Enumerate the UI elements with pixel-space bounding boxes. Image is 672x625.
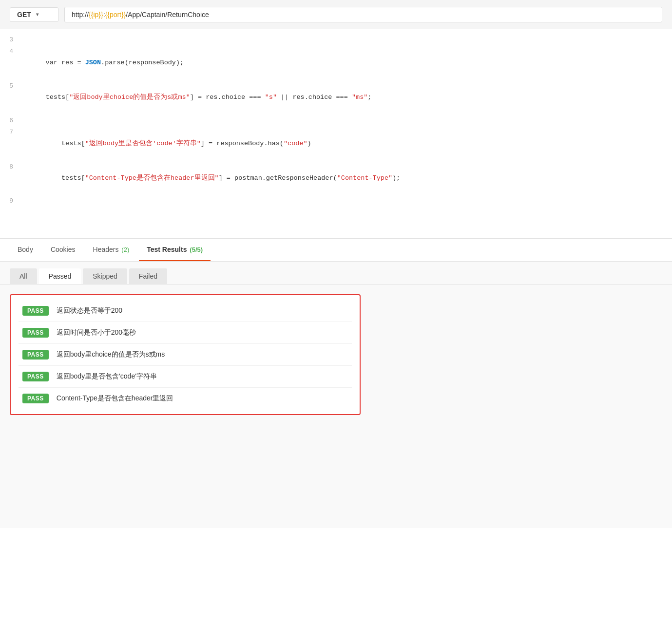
code-text: tests[ xyxy=(46,174,85,182)
tab-body[interactable]: Body xyxy=(10,239,41,261)
code-string: "ms" xyxy=(352,94,367,101)
url-suffix: /App/Captain/ReturnChoice xyxy=(126,11,209,19)
tab-headers-label: Headers xyxy=(93,246,119,253)
code-content: tests["返回body里是否包含'code'字符串"] = response… xyxy=(22,127,311,161)
code-string: "code" xyxy=(284,140,307,147)
test-result-item: PASS 返回body里choice的值是否为s或ms xyxy=(19,344,352,366)
line-number: 9 xyxy=(0,196,22,207)
code-text: ) xyxy=(307,140,311,147)
code-content: tests["返回body里choice的值是否为s或ms"] = res.ch… xyxy=(22,81,371,114)
code-text: ] = postman.getResponseHeader( xyxy=(219,174,337,182)
code-line-3: 3 xyxy=(0,34,672,46)
code-line-9: 9 xyxy=(0,195,672,207)
filter-tab-failed[interactable]: Failed xyxy=(129,268,167,284)
test-result-item: PASS Content-Type是否包含在header里返回 xyxy=(19,388,352,409)
filter-failed-label: Failed xyxy=(139,272,157,280)
code-editor: 3 4 var res = JSON.parse(responseBody); … xyxy=(0,29,672,239)
line-number: 6 xyxy=(0,115,22,126)
pass-badge: PASS xyxy=(22,350,49,360)
test-result-item: PASS 返回时间是否小于200毫秒 xyxy=(19,322,352,344)
pass-badge: PASS xyxy=(22,328,49,338)
filter-skipped-label: Skipped xyxy=(93,272,117,280)
code-text: ); xyxy=(392,174,400,182)
code-line-6: 6 xyxy=(0,115,672,127)
code-string: "返回body里choice的值是否为s或ms" xyxy=(69,94,190,101)
test-results-badge: (5/5) xyxy=(190,246,203,253)
pass-badge: PASS xyxy=(22,372,49,381)
code-content: tests["Content-Type是否包含在header里返回"] = po… xyxy=(22,162,400,195)
code-text: ; xyxy=(367,94,371,101)
code-text: ] = responseBody.has( xyxy=(201,140,284,147)
filter-tab-skipped[interactable]: Skipped xyxy=(83,268,127,284)
filter-all-label: All xyxy=(19,272,27,280)
code-text: tests[ xyxy=(46,140,85,147)
test-label: 返回body里是否包含'code'字符串 xyxy=(57,372,157,381)
code-line-5: 5 tests["返回body里choice的值是否为s或ms"] = res.… xyxy=(0,80,672,115)
tab-test-results-label: Test Results xyxy=(147,246,187,253)
code-string: "s" xyxy=(265,94,277,101)
filter-passed-label: Passed xyxy=(49,272,72,280)
code-string: "Content-Type" xyxy=(337,174,392,182)
pass-badge: PASS xyxy=(22,394,49,403)
test-result-item: PASS 返回body里是否包含'code'字符串 xyxy=(19,366,352,388)
tab-test-results[interactable]: Test Results (5/5) xyxy=(139,239,211,261)
code-var: var res = xyxy=(46,59,85,66)
headers-badge: (2) xyxy=(121,246,129,253)
method-selector[interactable]: GET ▾ xyxy=(10,7,58,22)
url-ip-var: {{ip}} xyxy=(89,11,103,19)
tab-body-label: Body xyxy=(18,246,33,253)
url-prefix: http:// xyxy=(72,11,89,19)
line-number: 8 xyxy=(0,162,22,172)
tab-headers[interactable]: Headers (2) xyxy=(85,239,137,261)
method-label: GET xyxy=(17,11,31,19)
method-chevron-icon: ▾ xyxy=(36,12,38,17)
response-tabs: Body Cookies Headers (2) Test Results (5… xyxy=(0,239,672,262)
code-string: "Content-Type是否包含在header里返回" xyxy=(85,174,219,182)
results-container: PASS 返回状态是否等于200 PASS 返回时间是否小于200毫秒 PASS… xyxy=(10,294,361,415)
url-bar: GET ▾ http://{{ip}}:{{port}}/App/Captain… xyxy=(0,0,672,29)
url-input[interactable]: http://{{ip}}:{{port}}/App/Captain/Retur… xyxy=(64,7,662,22)
code-line-4: 4 var res = JSON.parse(responseBody); xyxy=(0,46,672,80)
test-label: 返回时间是否小于200毫秒 xyxy=(57,328,136,337)
filter-tab-all[interactable]: All xyxy=(10,268,37,284)
code-content: var res = JSON.parse(responseBody); xyxy=(22,46,184,80)
code-string: "返回body里是否包含'code'字符串" xyxy=(85,140,201,147)
line-number: 4 xyxy=(0,46,22,57)
line-number: 5 xyxy=(0,81,22,92)
test-result-item: PASS 返回状态是否等于200 xyxy=(19,300,352,322)
tab-cookies[interactable]: Cookies xyxy=(43,239,83,261)
test-label: 返回状态是否等于200 xyxy=(57,306,122,315)
line-number: 3 xyxy=(0,35,22,45)
url-port-var: {{port}} xyxy=(105,11,126,19)
pass-badge: PASS xyxy=(22,306,49,316)
code-line-8: 8 tests["Content-Type是否包含在header里返回"] = … xyxy=(0,161,672,196)
filter-tab-passed[interactable]: Passed xyxy=(39,268,81,284)
code-line-7: 7 tests["返回body里是否包含'code'字符串"] = respon… xyxy=(0,127,672,161)
code-text: || res.choice === xyxy=(277,94,352,101)
code-text: .parse(responseBody); xyxy=(101,59,184,66)
test-results-area: PASS 返回状态是否等于200 PASS 返回时间是否小于200毫秒 PASS… xyxy=(0,284,672,528)
filter-tabs: All Passed Skipped Failed xyxy=(0,262,672,284)
tab-cookies-label: Cookies xyxy=(51,246,76,253)
test-label: 返回body里choice的值是否为s或ms xyxy=(57,350,165,359)
code-text: ] = res.choice === xyxy=(190,94,265,101)
code-json-keyword: JSON xyxy=(85,59,101,66)
test-label: Content-Type是否包含在header里返回 xyxy=(57,394,173,403)
line-number: 7 xyxy=(0,127,22,138)
code-text: tests[ xyxy=(46,94,70,101)
